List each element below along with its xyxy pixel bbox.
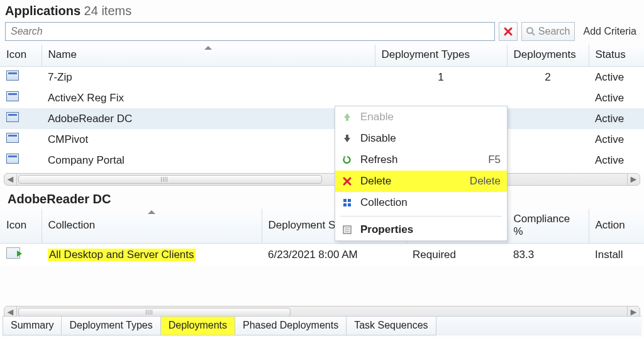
magnifier-icon xyxy=(526,26,536,37)
tab-phased-deployments[interactable]: Phased Deployments xyxy=(235,317,347,335)
svg-point-0 xyxy=(527,28,533,33)
table-row[interactable]: Company Portal Active xyxy=(0,150,644,171)
search-row: Search Add Criteria xyxy=(0,21,644,45)
table-header-row: Icon Collection Deployment Start Time Pu… xyxy=(0,209,644,244)
x-icon xyxy=(503,26,513,37)
application-icon xyxy=(6,133,19,143)
detail-title: AdobeReader DC xyxy=(0,186,644,209)
scroll-thumb[interactable] xyxy=(18,175,322,184)
deployments-table[interactable]: Icon Collection Deployment Start Time Pu… xyxy=(0,209,644,266)
scroll-left-arrow[interactable]: ◄ xyxy=(4,174,17,185)
search-input[interactable] xyxy=(5,22,495,41)
panel-header: Applications 24 items xyxy=(0,0,644,21)
col-collection[interactable]: Collection xyxy=(42,209,262,244)
menu-item-disable[interactable]: Disable xyxy=(335,128,507,149)
table-row[interactable]: CMPivot Active xyxy=(0,129,644,150)
application-icon xyxy=(6,70,19,81)
refresh-icon xyxy=(340,155,354,165)
col-deployments[interactable]: Deployments xyxy=(507,45,589,67)
collection-name: All Desktop and Server Clients xyxy=(48,249,196,261)
tab-deployment-types[interactable]: Deployment Types xyxy=(61,317,160,335)
properties-icon xyxy=(340,225,354,235)
svg-line-1 xyxy=(532,33,535,35)
applications-table[interactable]: Icon Name Deployment Types Deployments S… xyxy=(0,45,644,171)
arrow-up-icon xyxy=(340,112,354,122)
table-row[interactable]: ActiveX Reg Fix Active xyxy=(0,87,644,108)
delete-icon xyxy=(340,176,354,186)
context-menu: Enable Disable Refresh F5 Delete Delete … xyxy=(335,106,508,241)
tab-task-sequences[interactable]: Task Sequences xyxy=(346,317,436,335)
col-icon[interactable]: Icon xyxy=(0,209,42,244)
scroll-right-arrow[interactable]: ► xyxy=(627,174,640,185)
item-count: 24 items xyxy=(84,4,132,18)
menu-item-properties[interactable]: Properties xyxy=(335,219,507,240)
clear-search-button[interactable] xyxy=(499,22,518,41)
horizontal-scrollbar[interactable]: ◄ ► xyxy=(4,173,640,186)
table-row[interactable]: AdobeReader DC Active xyxy=(0,108,644,129)
application-icon xyxy=(6,112,19,122)
tab-deployments[interactable]: Deployments xyxy=(160,317,235,335)
menu-item-collection[interactable]: Collection xyxy=(335,192,507,213)
col-status[interactable]: Status xyxy=(589,45,644,67)
menu-item-enable[interactable]: Enable xyxy=(335,106,507,128)
arrow-down-icon xyxy=(340,133,354,144)
menu-separator xyxy=(340,216,502,217)
application-icon xyxy=(6,154,19,164)
table-header-row: Icon Name Deployment Types Deployments S… xyxy=(0,45,644,67)
scroll-thumb[interactable] xyxy=(18,308,291,317)
table-row[interactable]: 7-Zip 1 2 Active xyxy=(0,67,644,88)
col-compliance[interactable]: Compliance % xyxy=(507,209,589,244)
deployment-icon xyxy=(6,247,20,259)
svg-rect-2 xyxy=(343,199,347,202)
svg-rect-3 xyxy=(348,199,351,202)
search-button-label: Search xyxy=(538,26,570,37)
col-deployment-types[interactable]: Deployment Types xyxy=(375,45,507,67)
col-name[interactable]: Name xyxy=(42,45,375,67)
app-frame: { "header": { "title": "Applications", "… xyxy=(0,0,644,338)
detail-tabs: Summary Deployment Types Deployments Pha… xyxy=(3,316,641,335)
table-row[interactable]: All Desktop and Server Clients 6/23/2021… xyxy=(0,244,644,266)
svg-rect-4 xyxy=(343,203,347,206)
add-criteria-button[interactable]: Add Criteria xyxy=(579,26,639,37)
menu-item-delete[interactable]: Delete Delete xyxy=(335,171,507,192)
menu-item-refresh[interactable]: Refresh F5 xyxy=(335,149,507,171)
panel-title: Applications xyxy=(5,4,80,18)
tab-summary[interactable]: Summary xyxy=(3,317,62,335)
application-icon xyxy=(6,91,19,101)
col-icon[interactable]: Icon xyxy=(0,45,42,67)
svg-rect-5 xyxy=(348,203,351,206)
col-action[interactable]: Action xyxy=(589,209,644,244)
search-button[interactable]: Search xyxy=(521,22,575,41)
collection-icon xyxy=(340,198,354,208)
